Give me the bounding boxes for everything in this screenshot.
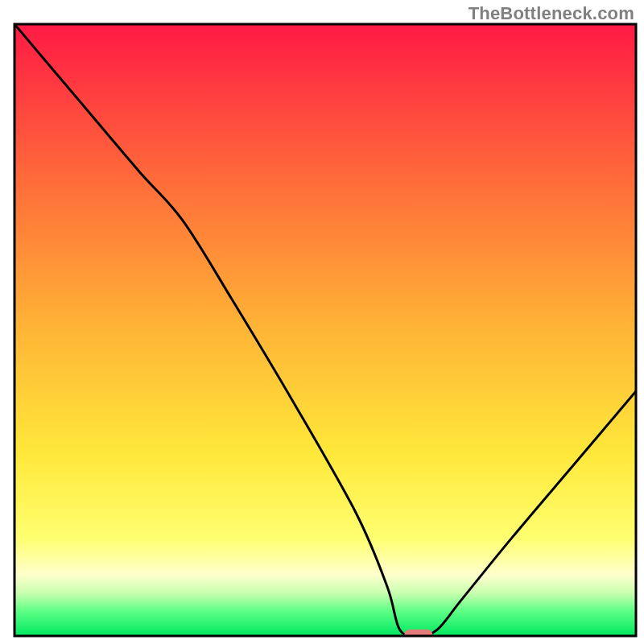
gradient-background [14,24,636,636]
optimal-point-marker [404,630,432,639]
bottleneck-chart [0,0,644,644]
chart-container: TheBottleneck.com [0,0,644,644]
